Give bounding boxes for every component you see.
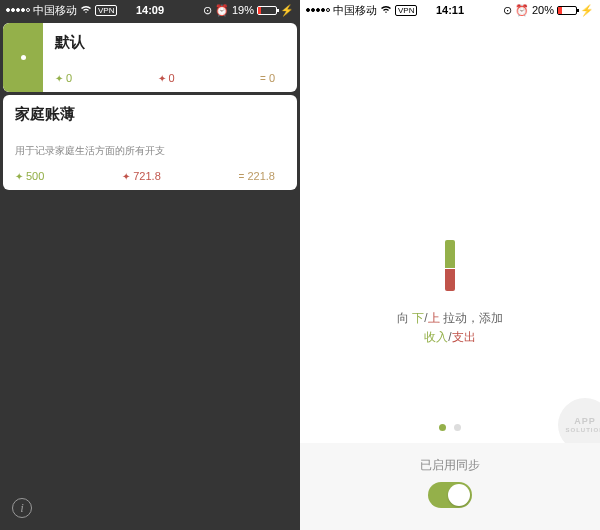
ledger-card-family[interactable]: 家庭账薄 用于记录家庭生活方面的所有开支 ✦500 ✦721.8 =221.8	[3, 95, 297, 190]
balance-stat: =0	[260, 72, 275, 84]
expense-stat: ✦0	[158, 72, 175, 84]
ledger-card-default[interactable]: 默认 ✦0 ✦0 =0	[3, 23, 297, 92]
battery-icon	[257, 6, 277, 15]
alarm-icon: ⊙	[203, 4, 212, 17]
page-dot	[454, 424, 461, 431]
charging-icon: ⚡	[580, 4, 594, 17]
signal-dots-icon	[6, 8, 30, 12]
left-pane: 中国移动 VPN 14:09 ⊙ ⏰ 19% ⚡ 默认 ✦0 ✦0 =0 家庭账…	[0, 0, 300, 530]
pull-indicator-icon	[445, 240, 455, 291]
vpn-badge: VPN	[95, 5, 117, 16]
wifi-icon	[80, 4, 92, 16]
sync-label: 已启用同步	[300, 457, 600, 474]
wifi-icon	[380, 4, 392, 16]
right-pane: 中国移动 VPN 14:11 ⊙ ⏰ 20% ⚡ 向 下/上 拉动，添加 收入/…	[300, 0, 600, 530]
battery-pct: 19%	[232, 4, 254, 16]
vpn-badge: VPN	[395, 5, 417, 16]
battery-icon	[557, 6, 577, 15]
page-indicator[interactable]	[300, 424, 600, 431]
status-time: 14:11	[436, 4, 464, 16]
plus-icon: ✦	[55, 73, 63, 84]
carrier-label: 中国移动	[33, 3, 77, 18]
minus-icon: ✦	[122, 171, 130, 182]
equals-icon: =	[260, 73, 266, 84]
alarm2-icon: ⏰	[215, 4, 229, 17]
charging-icon: ⚡	[280, 4, 294, 17]
minus-icon: ✦	[158, 73, 166, 84]
equals-icon: =	[239, 171, 245, 182]
alarm2-icon: ⏰	[515, 4, 529, 17]
info-button[interactable]: i	[12, 498, 32, 518]
signal-dots-icon	[306, 8, 330, 12]
ledger-title: 家庭账薄	[15, 105, 285, 124]
status-bar: 中国移动 VPN 14:11 ⊙ ⏰ 20% ⚡	[300, 0, 600, 20]
expense-stat: ✦721.8	[122, 170, 161, 182]
pull-hint-area[interactable]: 向 下/上 拉动，添加 收入/支出	[300, 240, 600, 347]
ledger-title: 默认	[55, 33, 285, 52]
sync-panel: 已启用同步	[300, 443, 600, 530]
battery-pct: 20%	[532, 4, 554, 16]
sync-toggle[interactable]	[428, 482, 472, 508]
status-time: 14:09	[136, 4, 164, 16]
income-stat: ✦500	[15, 170, 44, 182]
ledger-subtitle: 用于记录家庭生活方面的所有开支	[15, 144, 285, 158]
balance-stat: =221.8	[239, 170, 275, 182]
plus-icon: ✦	[15, 171, 23, 182]
pull-hint-text: 向 下/上 拉动，添加 收入/支出	[397, 309, 503, 347]
income-stat: ✦0	[55, 72, 72, 84]
status-bar: 中国移动 VPN 14:09 ⊙ ⏰ 19% ⚡	[0, 0, 300, 20]
page-dot-active	[439, 424, 446, 431]
ledger-accent	[3, 23, 43, 92]
carrier-label: 中国移动	[333, 3, 377, 18]
alarm-icon: ⊙	[503, 4, 512, 17]
